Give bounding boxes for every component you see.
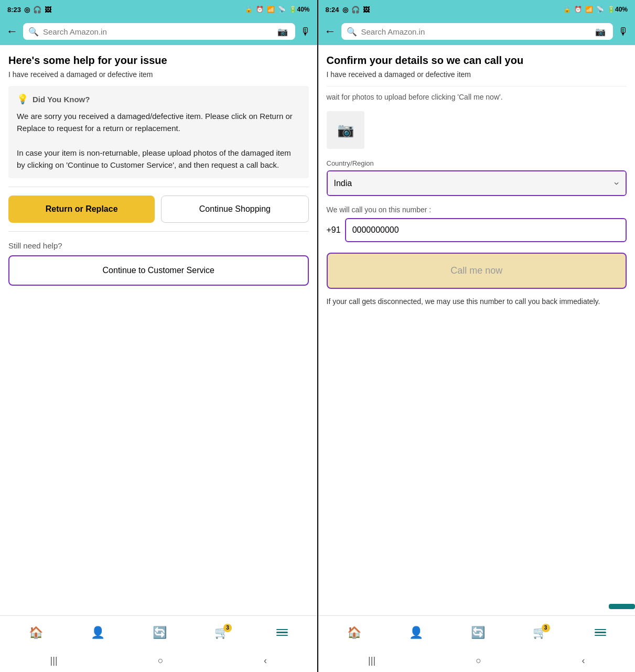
nav-account-left[interactable]: 👤	[91, 626, 105, 640]
lock-icon: 🔒	[245, 6, 253, 13]
action-buttons: Return or Replace Continue Shopping	[8, 187, 309, 232]
menu-lines-right	[595, 629, 606, 636]
wifi-icon-right: 📶	[585, 6, 593, 13]
search-bar-right: ← 🔍 📷 🎙	[318, 19, 636, 45]
still-need-help-label: Still need help?	[8, 232, 309, 255]
cart-badge-left: 3	[223, 624, 232, 632]
search-input-left[interactable]	[43, 27, 271, 36]
android-recents-right[interactable]: |||	[368, 655, 375, 666]
alarm-icon: ⏰	[256, 6, 264, 13]
bulb-icon: 💡	[17, 93, 28, 105]
back-button-right[interactable]: ←	[325, 25, 336, 38]
gallery-icon-right: 🖼	[363, 6, 370, 14]
confirm-subtitle: I have received a damaged or defective i…	[327, 70, 627, 79]
did-you-know-section: 💡 Did You Know? We are sorry you receive…	[8, 86, 309, 178]
nav-menu-left[interactable]	[276, 629, 288, 636]
continue-customer-service-button[interactable]: Continue to Customer Service	[8, 255, 309, 286]
android-back-left[interactable]: ‹	[264, 655, 267, 666]
search-box-right[interactable]: 🔍 📷	[341, 23, 614, 40]
time-left: 8:23	[7, 6, 21, 14]
search-bar-left: ← 🔍 📷 🎙	[0, 19, 317, 45]
back-button-left[interactable]: ←	[6, 25, 18, 38]
continue-shopping-button[interactable]: Continue Shopping	[161, 196, 308, 223]
android-recents-left[interactable]: |||	[50, 655, 58, 666]
camera-icon-left[interactable]: 📷	[275, 26, 290, 37]
phone-prefix: +91	[327, 225, 341, 235]
gallery-icon: 🖼	[45, 6, 51, 14]
android-nav-left: ||| ○ ‹	[0, 649, 317, 672]
country-select[interactable]: India	[328, 171, 626, 195]
battery-icon-right: 🔋40%	[607, 6, 628, 13]
menu-lines-left	[276, 629, 288, 636]
call-me-now-button[interactable]: Call me now	[327, 253, 627, 289]
left-content: Here's some help for your issue I have r…	[0, 45, 317, 615]
confirm-header: Confirm your details so we can call you …	[327, 53, 627, 79]
did-you-know-header: 💡 Did You Know?	[17, 93, 300, 105]
nav-account-right[interactable]: 👤	[409, 626, 423, 640]
bottom-nav-right: 🏠 👤 🔄 🛒 3	[318, 615, 636, 649]
cart-badge-right: 3	[542, 624, 550, 632]
confirm-title: Confirm your details so we can call you	[327, 53, 627, 67]
did-you-know-body: We are sorry you received a damaged/defe…	[17, 110, 300, 171]
android-back-right[interactable]: ‹	[582, 655, 585, 666]
nav-returns-left[interactable]: 🔄	[153, 626, 167, 640]
photo-upload-button[interactable]: 📷	[327, 111, 364, 149]
nav-cart-left[interactable]: 🛒 3	[214, 626, 229, 640]
right-phone: 8:24 ◎ 🎧 🖼 🔒 ⏰ 📶 📡 🔋40% ← 🔍 📷 🎙 Confirm …	[318, 0, 636, 672]
page-subtitle-left: I have received a damaged or defective i…	[8, 70, 309, 79]
whatsapp-icon-right: ◎	[342, 6, 348, 14]
phone-input-row: +91	[327, 218, 627, 242]
teal-accent	[609, 604, 635, 609]
status-bar-right: 8:24 ◎ 🎧 🖼 🔒 ⏰ 📶 📡 🔋40%	[318, 0, 636, 19]
page-title-left: Here's some help for your issue	[8, 53, 309, 67]
nav-cart-right[interactable]: 🛒 3	[533, 626, 547, 640]
alarm-icon-right: ⏰	[574, 6, 582, 13]
camera-add-icon: 📷	[337, 122, 354, 138]
search-icon-right: 🔍	[347, 27, 357, 37]
android-home-left[interactable]: ○	[158, 655, 164, 666]
time-right: 8:24	[326, 6, 339, 14]
mic-icon-right[interactable]: 🎙	[618, 26, 629, 38]
nav-home-left[interactable]: 🏠	[29, 626, 43, 640]
android-nav-right: ||| ○ ‹	[318, 649, 636, 672]
did-you-know-label: Did You Know?	[33, 95, 90, 104]
status-bar-left: 8:23 ◎ 🎧 🖼 🔒 ⏰ 📶 📡 🔋40%	[0, 0, 317, 19]
camera-icon-right[interactable]: 📷	[593, 26, 608, 37]
mic-icon-left[interactable]: 🎙	[300, 26, 311, 38]
country-label: Country/Region	[327, 159, 627, 167]
headset-icon: 🎧	[33, 6, 41, 14]
headset-icon-right: 🎧	[351, 6, 360, 14]
signal-icon-right: 📡	[596, 6, 604, 13]
search-icon-left: 🔍	[28, 27, 39, 37]
nav-home-right[interactable]: 🏠	[347, 626, 361, 640]
return-replace-button[interactable]: Return or Replace	[8, 196, 155, 223]
left-phone: 8:23 ◎ 🎧 🖼 🔒 ⏰ 📶 📡 🔋40% ← 🔍 📷 🎙 Here's s…	[0, 0, 317, 672]
phone-field-label: We will call you on this number :	[327, 205, 627, 214]
right-content: Confirm your details so we can call you …	[318, 45, 636, 615]
nav-menu-right[interactable]	[595, 629, 606, 636]
bottom-nav-left: 🏠 👤 🔄 🛒 3	[0, 615, 317, 649]
android-home-right[interactable]: ○	[476, 655, 481, 666]
scroll-fade-text: wait for photos to upload before clickin…	[327, 86, 627, 106]
signal-icon: 📡	[278, 6, 286, 13]
country-select-wrap[interactable]: India	[327, 170, 627, 196]
nav-returns-right[interactable]: 🔄	[471, 626, 485, 640]
lock-icon-right: 🔒	[563, 6, 571, 13]
search-box-left[interactable]: 🔍 📷	[23, 23, 295, 40]
phone-input[interactable]	[345, 218, 627, 242]
search-input-right[interactable]	[361, 27, 589, 36]
battery-icon: 🔋40%	[289, 6, 309, 13]
call-disclaimer: If your call gets disconnected, we may u…	[327, 296, 627, 308]
whatsapp-icon: ◎	[24, 6, 30, 14]
wifi-icon: 📶	[267, 6, 275, 13]
